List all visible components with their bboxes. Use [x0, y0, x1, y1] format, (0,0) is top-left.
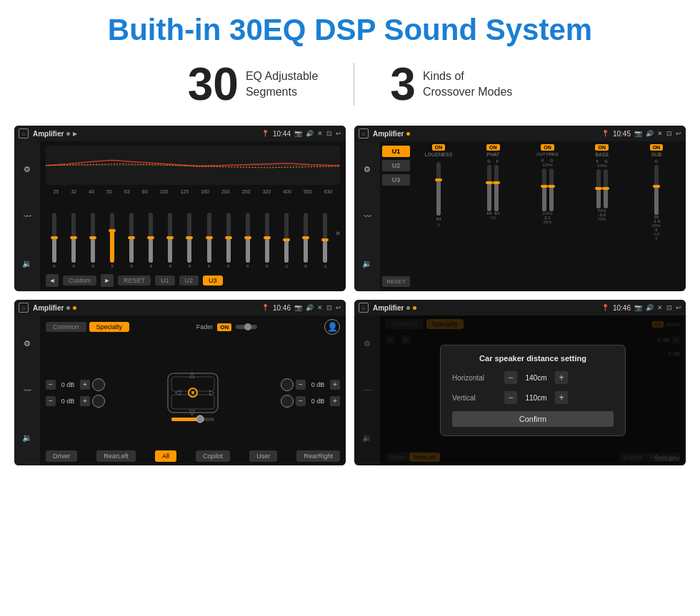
reset-button[interactable]: RESET: [118, 276, 151, 286]
screens-grid: ⌂ Amplifier ▶ 📍 10:44 📷 🔊 ✕ ⊡ ↩ ⚙ 〰 🔉: [0, 120, 700, 476]
distance-sidebar: ⚙ 〰 🔉: [354, 315, 380, 465]
crossover-sidebar: ⚙ 〰 🔉: [354, 141, 380, 291]
sub-on[interactable]: ON: [650, 144, 664, 151]
reset-crossover-btn[interactable]: RESET: [382, 276, 410, 287]
vertical-plus[interactable]: +: [555, 391, 568, 404]
home-icon-3[interactable]: ⌂: [19, 303, 29, 313]
wave-icon-3[interactable]: 〰: [19, 383, 36, 398]
vol-rl-plus[interactable]: +: [80, 396, 90, 406]
ch-phat: ON PHAT GF: [466, 144, 519, 288]
eq-slider-15[interactable]: -1: [316, 213, 334, 268]
status-dot-4: [406, 306, 410, 310]
back-icon-3[interactable]: ↩: [336, 304, 341, 311]
screen-crossover: ⌂ Amplifier 📍 10:45 📷 🔊 ✕ ⊡ ↩ ⚙ 〰 🔉: [354, 126, 686, 291]
volume-icon-4: 🔊: [646, 304, 654, 311]
eq-slider-14[interactable]: 0: [297, 213, 314, 268]
speaker-icon-2[interactable]: 🔉: [359, 256, 376, 271]
eq-slider-9[interactable]: 0: [201, 213, 218, 268]
vol-rr-val: 0 dB: [308, 398, 328, 405]
confirm-button[interactable]: Confirm: [452, 411, 614, 427]
wave-icon[interactable]: 〰: [19, 209, 36, 223]
speaker-icon[interactable]: 🔉: [19, 256, 36, 271]
eq-slider-6[interactable]: 0: [142, 213, 159, 268]
close-icon[interactable]: ✕: [317, 130, 323, 137]
speaker-icon-3[interactable]: 🔉: [19, 430, 36, 445]
close-icon-3[interactable]: ✕: [317, 304, 323, 311]
vertical-val: 110cm: [520, 394, 552, 402]
page-title: Buith-in 30EQ DSP Sound System: [14, 13, 686, 47]
tab-common[interactable]: Common: [46, 322, 86, 332]
fader-row: Fader ON: [196, 323, 258, 331]
all-btn[interactable]: All: [155, 450, 176, 462]
eq-slider-5[interactable]: 0: [123, 213, 140, 268]
horizontal-control: − 140cm +: [504, 371, 568, 384]
horizontal-plus[interactable]: +: [555, 371, 568, 384]
page-header: Buith-in 30EQ DSP Sound System: [0, 0, 700, 54]
u3-button[interactable]: U3: [203, 276, 223, 286]
vol-rr-plus[interactable]: +: [330, 396, 340, 406]
back-icon-2[interactable]: ↩: [676, 130, 681, 137]
vertical-minus[interactable]: −: [504, 391, 517, 404]
next-button[interactable]: ►: [101, 274, 114, 287]
loudness-on[interactable]: ON: [432, 144, 446, 151]
vol-fr-val: 0 dB: [308, 381, 328, 388]
vol-fr-minus[interactable]: −: [296, 380, 306, 390]
window-icon-3[interactable]: ⊡: [326, 304, 332, 311]
window-icon[interactable]: ⊡: [326, 130, 332, 137]
close-icon-4[interactable]: ✕: [657, 304, 663, 311]
eq-icon-3[interactable]: ⚙: [19, 336, 36, 350]
wave-icon-4: 〰: [359, 383, 376, 398]
fader-slider[interactable]: [236, 325, 257, 329]
u3-crossover-btn[interactable]: U3: [382, 174, 410, 186]
vol-fl-minus[interactable]: −: [46, 380, 56, 390]
eq-slider-7[interactable]: 0: [161, 213, 179, 268]
close-icon-2[interactable]: ✕: [657, 130, 663, 137]
eq-slider-1[interactable]: 0: [46, 213, 63, 268]
u2-button[interactable]: U2: [179, 276, 199, 286]
vol-fr-plus[interactable]: +: [330, 380, 340, 390]
eq-icon[interactable]: ⚙: [19, 162, 36, 176]
u1-button[interactable]: U1: [155, 276, 175, 286]
eq-slider-3[interactable]: 0: [84, 213, 101, 268]
crossover-label: Kinds ofCrossover Modes: [423, 69, 512, 101]
vol-front-left: − 0 dB +: [46, 378, 105, 391]
eq-slider-13[interactable]: -1: [278, 213, 295, 268]
eq-slider-12[interactable]: 0: [259, 213, 276, 268]
tab-specialty[interactable]: Specialty: [89, 322, 130, 332]
eq-slider-2[interactable]: 0: [65, 213, 82, 268]
wave-icon-2[interactable]: 〰: [359, 209, 376, 223]
home-icon-4[interactable]: ⌂: [359, 303, 369, 313]
bass-on[interactable]: ON: [595, 144, 609, 151]
u1-crossover-btn[interactable]: U1: [382, 146, 410, 157]
eq-slider-8[interactable]: 0: [181, 213, 198, 268]
rear-left-btn[interactable]: RearLeft: [96, 450, 136, 462]
copilot-btn[interactable]: Copilot: [196, 450, 230, 462]
u2-crossover-btn[interactable]: U2: [382, 160, 410, 171]
title-speaker: Amplifier: [33, 304, 64, 312]
horizontal-minus[interactable]: −: [504, 371, 517, 384]
eq-slider-11[interactable]: 0: [239, 213, 256, 268]
cutfreq-on[interactable]: ON: [541, 144, 554, 151]
eq-icon-2[interactable]: ⚙: [359, 162, 376, 176]
eq-slider-10[interactable]: 0: [220, 213, 237, 268]
vol-rl-minus[interactable]: −: [46, 396, 56, 406]
prev-button[interactable]: ◄: [46, 274, 59, 287]
screen-distance: ⌂ Amplifier 📍 10:46 📷 🔊 ✕ ⊡ ↩ ⚙ 〰 🔉: [354, 300, 686, 465]
custom-preset[interactable]: Custom: [63, 276, 96, 286]
title-crossover: Amplifier: [373, 130, 404, 138]
eq-slider-4[interactable]: 5: [104, 213, 121, 268]
user-btn[interactable]: User: [249, 450, 277, 462]
phat-on[interactable]: ON: [486, 144, 500, 151]
vol-rr-minus[interactable]: −: [296, 396, 306, 406]
vol-fl-plus[interactable]: +: [80, 380, 90, 390]
driver-btn[interactable]: Driver: [46, 450, 77, 462]
svg-text:△: △: [189, 370, 195, 378]
home-icon[interactable]: ⌂: [19, 128, 29, 138]
window-icon-2[interactable]: ⊡: [666, 130, 672, 137]
home-icon-2[interactable]: ⌂: [359, 128, 369, 138]
window-icon-4[interactable]: ⊡: [666, 304, 672, 311]
rear-right-btn[interactable]: RearRight: [296, 450, 340, 462]
back-icon-4[interactable]: ↩: [676, 304, 681, 311]
back-icon[interactable]: ↩: [336, 130, 341, 137]
expand-icon[interactable]: »: [336, 228, 340, 237]
